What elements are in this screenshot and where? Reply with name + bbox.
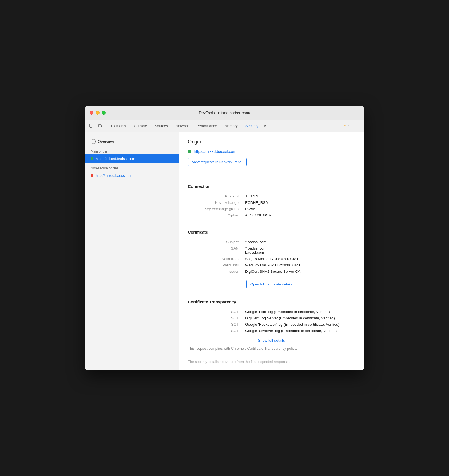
divider-certificate bbox=[188, 224, 355, 224]
table-row: SAN *.badssl.com badssl.com bbox=[188, 245, 355, 256]
valid-until-value: Wed, 25 Mar 2020 12:00:00 GMT bbox=[243, 262, 355, 268]
connection-table: Protocol TLS 1.2 Key exchange ECDHE_RSA … bbox=[188, 193, 355, 218]
tab-sources[interactable]: Sources bbox=[151, 121, 172, 131]
main-origin-label: Main origin bbox=[85, 146, 179, 154]
tab-network[interactable]: Network bbox=[172, 121, 193, 131]
titlebar: DevTools - mixed.badssl.com/ bbox=[85, 106, 364, 120]
toolbar: Elements Console Sources Network Perform… bbox=[85, 120, 364, 132]
open-cert-button[interactable]: Open full certificate details bbox=[246, 280, 296, 288]
sct-value-2: DigiCert Log Server (Embedded in certifi… bbox=[243, 315, 355, 321]
table-row: Subject *.badssl.com bbox=[188, 239, 355, 245]
main-origin-item[interactable]: https://mixed.badssl.com bbox=[85, 154, 179, 163]
tab-console[interactable]: Console bbox=[130, 121, 151, 131]
protocol-label: Protocol bbox=[188, 193, 243, 199]
protocol-value: TLS 1.2 bbox=[243, 193, 355, 199]
info-icon: i bbox=[91, 139, 96, 144]
sct-label-4: SCT bbox=[188, 328, 243, 334]
svg-rect-0 bbox=[89, 124, 92, 127]
sct-btn-row: Show full details bbox=[188, 336, 355, 345]
sidebar: i Overview Main origin https://mixed.bad… bbox=[85, 132, 179, 370]
non-secure-label: Non-secure origins bbox=[85, 163, 179, 171]
overview-label: Overview bbox=[98, 139, 114, 144]
valid-from-label: Valid from bbox=[188, 256, 243, 262]
main-content: Origin https://mixed.badssl.com View req… bbox=[179, 132, 364, 370]
devtools-body: i Overview Main origin https://mixed.bad… bbox=[85, 132, 364, 370]
maximize-button[interactable] bbox=[102, 111, 106, 115]
svg-rect-4 bbox=[101, 125, 102, 127]
transparency-heading: Certificate Transparency bbox=[188, 299, 355, 304]
table-row: SCT Google 'Rocketeer' log (Embedded in … bbox=[188, 321, 355, 328]
tab-security[interactable]: Security bbox=[242, 121, 262, 131]
table-row: SCT Google 'Skydiver' log (Embedded in c… bbox=[188, 328, 355, 334]
table-row: Valid from Sat, 18 Mar 2017 00:00:00 GMT bbox=[188, 256, 355, 262]
minimize-button[interactable] bbox=[96, 111, 100, 115]
cipher-label: Cipher bbox=[188, 212, 243, 218]
sct-value-4: Google 'Skydiver' log (Embedded in certi… bbox=[243, 328, 355, 334]
non-secure-origin-url: http://mixed.badssl.com bbox=[96, 173, 133, 178]
warning-badge[interactable]: ⚠ 1 bbox=[341, 123, 352, 129]
divider-transparency bbox=[188, 294, 355, 294]
sct-label-2: SCT bbox=[188, 315, 243, 321]
san-value1: *.badssl.com badssl.com bbox=[243, 245, 355, 256]
table-row: Protocol TLS 1.2 bbox=[188, 193, 355, 199]
tab-elements[interactable]: Elements bbox=[107, 121, 130, 131]
table-row: Key exchange group P-256 bbox=[188, 206, 355, 212]
close-button[interactable] bbox=[90, 111, 93, 115]
table-row: Issuer DigiCert SHA2 Secure Server CA bbox=[188, 268, 355, 275]
sct-label-1: SCT bbox=[188, 309, 243, 315]
inspect-icon[interactable] bbox=[87, 122, 95, 130]
key-exchange-value: ECDHE_RSA bbox=[243, 199, 355, 206]
insecure-origin-dot bbox=[91, 174, 93, 177]
table-row: SCT DigiCert Log Server (Embedded in cer… bbox=[188, 315, 355, 321]
key-exchange-group-value: P-256 bbox=[243, 206, 355, 212]
sidebar-overview[interactable]: i Overview bbox=[85, 137, 179, 146]
warning-icon: ⚠ bbox=[343, 124, 347, 128]
connection-heading: Connection bbox=[188, 184, 355, 189]
traffic-lights bbox=[90, 111, 106, 115]
key-exchange-group-label: Key exchange group bbox=[188, 206, 243, 212]
devtools-window: DevTools - mixed.badssl.com/ Elements Co… bbox=[85, 106, 364, 370]
warning-count: 1 bbox=[348, 124, 350, 128]
footer-note: The security details above are from the … bbox=[188, 355, 355, 364]
valid-from-value: Sat, 18 Mar 2017 00:00:00 GMT bbox=[243, 256, 355, 262]
table-row: SCT Google 'Pilot' log (Embedded in cert… bbox=[188, 309, 355, 315]
secure-origin-dot bbox=[91, 157, 93, 160]
view-requests-button[interactable]: View requests in Network Panel bbox=[188, 158, 247, 166]
key-exchange-label: Key exchange bbox=[188, 199, 243, 206]
toolbar-icons bbox=[87, 122, 104, 130]
sct-label-3: SCT bbox=[188, 321, 243, 328]
tab-memory[interactable]: Memory bbox=[221, 121, 242, 131]
origin-url-link[interactable]: https://mixed.badssl.com bbox=[194, 149, 236, 154]
certificate-table: Subject *.badssl.com SAN *.badssl.com ba… bbox=[188, 239, 355, 275]
origin-secure-icon bbox=[188, 150, 191, 153]
subject-value: *.badssl.com bbox=[243, 239, 355, 245]
origin-title: Origin bbox=[188, 139, 355, 145]
certificate-heading: Certificate bbox=[188, 230, 355, 234]
nav-tabs: Elements Console Sources Network Perform… bbox=[107, 121, 341, 131]
table-row: Valid until Wed, 25 Mar 2020 12:00:00 GM… bbox=[188, 262, 355, 268]
main-origin-url: https://mixed.badssl.com bbox=[96, 157, 135, 161]
sct-value-3: Google 'Rocketeer' log (Embedded in cert… bbox=[243, 321, 355, 328]
sct-value-1: Google 'Pilot' log (Embedded in certific… bbox=[243, 309, 355, 315]
origin-header: https://mixed.badssl.com bbox=[188, 149, 355, 154]
non-secure-origin-item[interactable]: http://mixed.badssl.com bbox=[85, 171, 179, 180]
table-row: Cipher AES_128_GCM bbox=[188, 212, 355, 218]
table-row: Key exchange ECDHE_RSA bbox=[188, 199, 355, 206]
divider-connection bbox=[188, 178, 355, 178]
san-label: SAN bbox=[188, 245, 243, 256]
subject-label: Subject bbox=[188, 239, 243, 245]
issuer-label: Issuer bbox=[188, 268, 243, 275]
menu-button[interactable]: ⋮ bbox=[352, 122, 362, 130]
transparency-table: SCT Google 'Pilot' log (Embedded in cert… bbox=[188, 309, 355, 334]
tab-performance[interactable]: Performance bbox=[193, 121, 221, 131]
cert-btn-row: Open full certificate details bbox=[188, 278, 355, 288]
show-full-details-link[interactable]: Show full details bbox=[258, 338, 285, 343]
device-icon[interactable] bbox=[96, 122, 104, 130]
valid-until-label: Valid until bbox=[188, 262, 243, 268]
cipher-value: AES_128_GCM bbox=[243, 212, 355, 218]
issuer-value: DigiCert SHA2 Secure Server CA bbox=[243, 268, 355, 275]
svg-rect-3 bbox=[98, 125, 101, 127]
compliance-note: This request complies with Chrome's Cert… bbox=[188, 346, 355, 351]
more-tabs-button[interactable]: » bbox=[262, 121, 268, 131]
window-title: DevTools - mixed.badssl.com/ bbox=[199, 111, 250, 115]
